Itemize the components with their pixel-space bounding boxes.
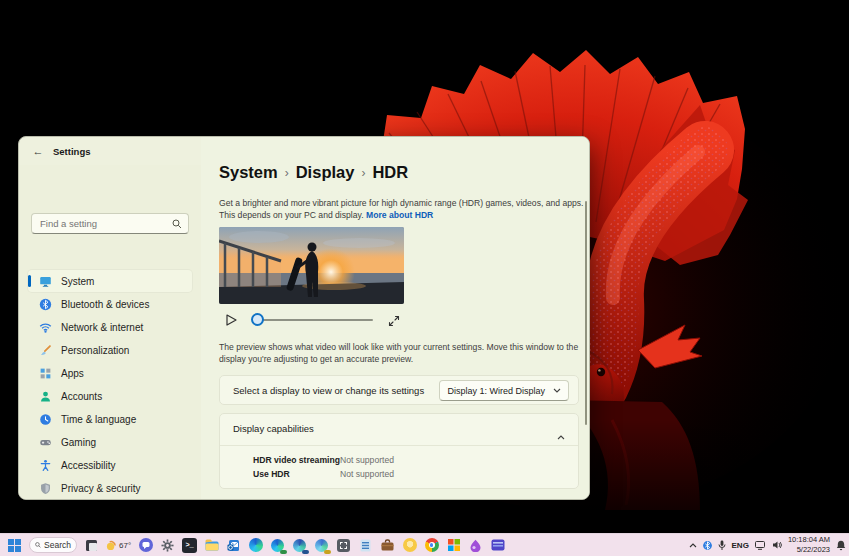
- sidebar-item-network-internet[interactable]: Network & internet: [28, 316, 192, 338]
- weather-widget[interactable]: 67°: [106, 540, 131, 551]
- capability-name: HDR video streaming: [253, 455, 340, 468]
- sidebar-item-label: System: [61, 276, 94, 287]
- toolbox-glyph: [381, 539, 394, 551]
- hdr-description: Get a brighter and more vibrant picture …: [219, 197, 590, 221]
- notepad-icon[interactable]: [358, 538, 373, 553]
- sidebar-item-accessibility[interactable]: Accessibility: [28, 454, 192, 476]
- sidebar-item-label: Accessibility: [61, 460, 115, 471]
- clapperboard-icon: [491, 539, 505, 551]
- display-capabilities-title: Display capabilities: [233, 423, 314, 434]
- tray-date: 5/22/2023: [788, 545, 830, 555]
- snipping-tool-icon[interactable]: [336, 538, 351, 553]
- chat-bubble-icon: [139, 538, 153, 552]
- capability-name: Use HDR: [253, 469, 340, 482]
- play-icon: [226, 314, 237, 326]
- preview-note: The preview shows what video will look l…: [219, 341, 590, 366]
- terminal-glyph: >_: [185, 541, 193, 549]
- start-button[interactable]: [7, 538, 22, 553]
- wifi-icon: [38, 320, 52, 334]
- paint-drop-icon: [469, 539, 482, 552]
- scrollbar[interactable]: [585, 201, 587, 425]
- slider-thumb[interactable]: [251, 313, 264, 326]
- paint-icon[interactable]: [468, 538, 483, 553]
- taskbar-search[interactable]: Search: [29, 537, 77, 553]
- apps-grid-icon: [38, 366, 52, 380]
- snip-dashes: [340, 542, 347, 549]
- play-button[interactable]: [223, 312, 239, 328]
- capability-row: Use HDR Not supported: [220, 469, 578, 482]
- edge-beta-icon[interactable]: [270, 538, 285, 553]
- snip-frame: [337, 539, 350, 552]
- taskbar-apps: Search 67° >_: [0, 537, 505, 553]
- breadcrumb: System › Display › HDR: [219, 163, 408, 182]
- breadcrumb-separator: ›: [285, 166, 289, 180]
- sidebar-item-label: Accounts: [61, 391, 102, 402]
- tray-network-icon[interactable]: [755, 541, 766, 550]
- brush-icon: [38, 343, 52, 357]
- task-view-button[interactable]: [84, 538, 99, 553]
- beta-badge: [280, 550, 287, 554]
- capability-row: HDR video streaming Not supported: [220, 455, 578, 468]
- sidebar-item-label: Personalization: [61, 345, 129, 356]
- seek-slider[interactable]: [253, 319, 373, 321]
- canary-badge: [324, 550, 331, 554]
- bluetooth-icon: [38, 297, 52, 311]
- tray-clock[interactable]: 10:18:04 AM 5/22/2023: [788, 535, 830, 555]
- sidebar-item-apps[interactable]: Apps: [28, 362, 192, 384]
- language-indicator[interactable]: ENG: [732, 541, 749, 550]
- windows-logo-icon: [8, 539, 21, 552]
- outlook-icon[interactable]: [226, 538, 241, 553]
- shield-icon: [38, 481, 52, 495]
- notepad-glyph: [360, 539, 371, 552]
- microsoft-365-icon[interactable]: [446, 538, 461, 553]
- chrome-canary-icon[interactable]: [402, 538, 417, 553]
- hdr-video-preview[interactable]: [219, 227, 404, 304]
- sidebar-item-accounts[interactable]: Accounts: [28, 385, 192, 407]
- settings-search-box[interactable]: [31, 213, 189, 234]
- settings-app-icon[interactable]: [160, 538, 175, 553]
- breadcrumb-system[interactable]: System: [219, 163, 278, 182]
- chrome-logo: [425, 538, 439, 552]
- toolbox-icon[interactable]: [380, 538, 395, 553]
- sidebar-item-personalization[interactable]: Personalization: [28, 339, 192, 361]
- edge-canary-icon[interactable]: [314, 538, 329, 553]
- edge-logo: [249, 538, 263, 552]
- file-explorer-icon[interactable]: [204, 538, 219, 553]
- chat-app-icon[interactable]: [138, 538, 153, 553]
- tray-time: 10:18:04 AM: [788, 535, 830, 545]
- clipchamp-icon[interactable]: [490, 538, 505, 553]
- fullscreen-button[interactable]: [388, 313, 400, 331]
- tray-bluetooth-icon[interactable]: [703, 540, 712, 551]
- search-input[interactable]: [32, 214, 188, 233]
- edge-icon[interactable]: [248, 538, 263, 553]
- display-capabilities-header[interactable]: Display capabilities: [220, 414, 578, 446]
- video-preview-frame: [219, 227, 404, 304]
- sidebar-item-bluetooth-devices[interactable]: Bluetooth & devices: [28, 293, 192, 315]
- mail-icon: [227, 539, 240, 552]
- gamepad-icon: [38, 435, 52, 449]
- sidebar-item-label: Apps: [61, 368, 84, 379]
- sidebar-item-privacy-security[interactable]: Privacy & security: [28, 477, 192, 499]
- sidebar-item-time-language[interactable]: Time & language: [28, 408, 192, 430]
- notification-bell-icon[interactable]: [836, 540, 846, 551]
- more-about-hdr-link[interactable]: More about HDR: [366, 210, 433, 220]
- breadcrumb-display[interactable]: Display: [296, 163, 355, 182]
- tray-microphone-icon[interactable]: [718, 540, 726, 551]
- chrome-canary-logo: [403, 538, 417, 552]
- display-dropdown-value: Display 1: Wired Display: [447, 386, 545, 396]
- display-capabilities-card: Display capabilities HDR video streaming…: [219, 413, 579, 489]
- dev-badge: [302, 550, 309, 554]
- chrome-icon[interactable]: [424, 538, 439, 553]
- sidebar-item-label: Privacy & security: [61, 483, 140, 494]
- terminal-app-icon[interactable]: >_: [182, 538, 197, 553]
- tray-chevron-up-icon[interactable]: [689, 543, 697, 548]
- display-dropdown[interactable]: Display 1: Wired Display: [439, 380, 569, 401]
- back-button[interactable]: ←: [29, 142, 47, 160]
- select-display-card: Select a display to view or change its s…: [219, 375, 579, 405]
- edge-dev-icon[interactable]: [292, 538, 307, 553]
- sidebar-item-system[interactable]: System: [28, 270, 192, 292]
- sidebar-item-label: Gaming: [61, 437, 96, 448]
- system-tray: ENG 10:18:04 AM 5/22/2023: [689, 534, 846, 556]
- sidebar-item-gaming[interactable]: Gaming: [28, 431, 192, 453]
- tray-volume-icon[interactable]: [772, 540, 782, 550]
